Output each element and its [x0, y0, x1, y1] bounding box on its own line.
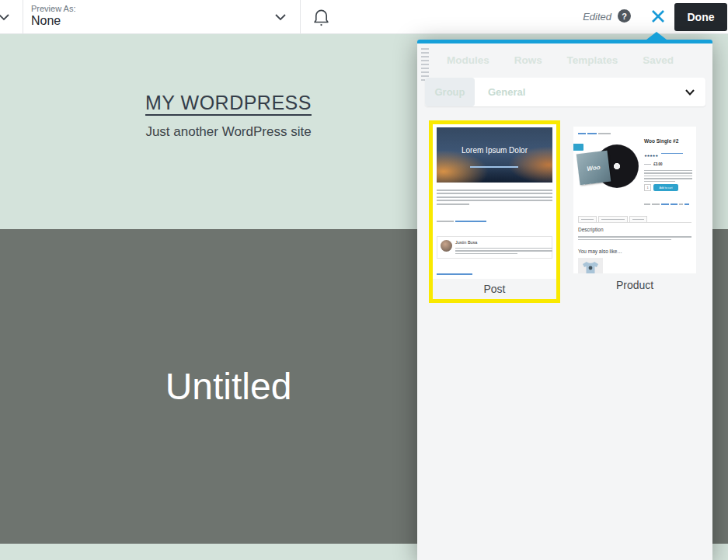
template-card-post[interactable]: Lorem Ipsum Dolor Justin Busa [429, 120, 560, 303]
chevron-down-icon[interactable] [273, 12, 287, 23]
add-to-cart-button: Add to cart [653, 184, 678, 191]
product-card-label: Product [573, 279, 696, 291]
post-hero-meta [437, 159, 552, 173]
builder-toolbar: Preview As: None Edited ? Done [0, 0, 728, 34]
group-selected-value: General [488, 86, 525, 98]
page-title: Untitled [0, 365, 457, 408]
chevron-down-icon[interactable] [0, 12, 11, 23]
preview-as-label: Preview As: [31, 4, 75, 13]
product-meta-links [644, 197, 692, 210]
tshirt-icon [581, 261, 600, 273]
product-description-heading: Description [578, 227, 691, 232]
author-name: Justin Busa [455, 240, 554, 245]
post-author-box: Justin Busa [437, 236, 552, 259]
post-card-label: Post [433, 279, 556, 299]
template-group-select[interactable]: Group General [425, 78, 705, 106]
post-filed-under-link [437, 214, 552, 228]
product-template-thumbnail: Woo Woo Single #2 ★★★★★ £3.00 [573, 127, 696, 273]
tab-modules[interactable]: Modules [447, 54, 489, 66]
author-bio-text [455, 246, 554, 255]
product-image: Woo [578, 138, 640, 203]
quantity-input: 1 [644, 184, 651, 191]
preview-as-dropdown[interactable]: Preview As: None [31, 4, 75, 28]
product-rating: ★★★★★ [644, 146, 692, 160]
post-hero-title: Lorem Ipsum Dolor [437, 127, 552, 155]
panel-tabs: Modules Rows Templates Saved [447, 54, 674, 66]
product-breadcrumb [578, 131, 691, 134]
panel-accent-bar [417, 40, 712, 43]
content-panel: Modules Rows Templates Saved Group Gener… [417, 40, 712, 560]
product-upsell-heading: You may also like… [578, 249, 691, 254]
star-rating-icon: ★★★★★ [644, 154, 658, 158]
product-summary: Woo Woo Single #2 ★★★★★ £3.00 [578, 138, 691, 211]
site-title-link[interactable]: MY WORDPRESS [0, 92, 457, 114]
post-body-text [437, 188, 552, 206]
post-older-entries-link [437, 267, 552, 280]
author-bio: Justin Busa [455, 240, 554, 255]
post-template-thumbnail: Lorem Ipsum Dolor Justin Busa [433, 124, 556, 279]
author-avatar [441, 240, 452, 252]
edited-status: Edited [583, 11, 611, 23]
product-info: Woo Single #2 ★★★★★ £3.00 [644, 138, 692, 211]
toolbar-divider [23, 0, 23, 34]
toolbar-divider [300, 0, 301, 34]
panel-caret [646, 32, 667, 40]
group-pill-label: Group [425, 78, 475, 106]
album-cover-text: Woo [587, 163, 601, 172]
related-product-image [578, 258, 603, 273]
template-card-product[interactable]: Woo Woo Single #2 ★★★★★ £3.00 [573, 127, 696, 291]
preview-as-value: None [31, 14, 75, 28]
product-tabs [578, 216, 691, 223]
post-hero-image: Lorem Ipsum Dolor [437, 127, 552, 183]
add-to-cart-row: 1 Add to cart [644, 184, 692, 191]
product-short-description [644, 169, 692, 183]
product-price: £3.00 [644, 162, 692, 166]
tab-saved[interactable]: Saved [643, 54, 674, 66]
site-tagline: Just another WordPress site [0, 124, 457, 140]
done-button[interactable]: Done [674, 3, 727, 31]
notifications-bell-icon[interactable] [312, 8, 330, 27]
close-icon[interactable] [650, 9, 666, 24]
album-cover: Woo [576, 150, 611, 185]
product-title: Woo Single #2 [644, 138, 692, 144]
help-icon[interactable]: ? [618, 9, 631, 23]
site-header: MY WORDPRESS Just another WordPress site [0, 92, 457, 140]
product-description-text [578, 235, 691, 240]
tab-rows[interactable]: Rows [514, 54, 542, 66]
tab-templates[interactable]: Templates [567, 54, 618, 66]
chevron-down-icon [684, 89, 695, 96]
